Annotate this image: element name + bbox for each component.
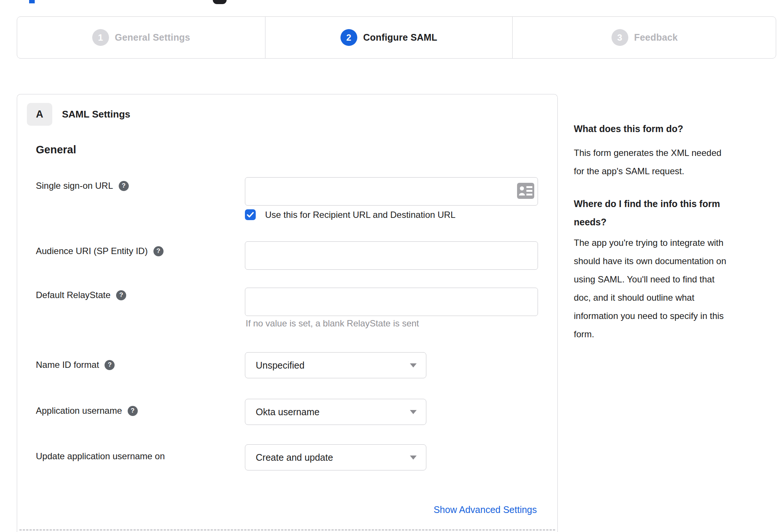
help-answer-2-line-5: information you need to specify in this [574,307,726,325]
show-advanced-settings-link[interactable]: Show Advanced Settings [433,503,537,516]
relay-state-label: Default RelayState ? [36,289,126,301]
checkmark-icon [247,212,254,218]
saml-settings-panel: A SAML Settings General Single sign-on U… [17,94,558,532]
recipient-url-checkbox-label[interactable]: Use this for Recipient URL and Destinati… [265,208,455,221]
section-a-badge: A [27,103,52,126]
step-2-number-badge: 2 [340,29,357,46]
step-feedback[interactable]: 3 Feedback [512,17,777,58]
application-username-value: Okta username [256,407,320,417]
name-id-format-help-icon[interactable]: ? [105,360,115,370]
section-dashed-divider [19,529,555,531]
relay-state-help-icon[interactable]: ? [116,290,126,300]
name-id-format-label-text: Name ID format [36,360,99,370]
panel-title: SAML Settings [62,109,130,120]
audience-uri-help-icon[interactable]: ? [153,246,164,256]
relay-state-hint: If no value is set, a blank RelayState i… [246,318,419,329]
chevron-down-icon [410,410,417,414]
step-3-number-badge: 3 [612,29,628,46]
help-question-2-line-1: Where do I find the info this form [574,195,720,213]
cropped-header-icon-fragment [213,0,227,4]
help-answer-2-line-4: doc, and it should outline what [574,288,726,307]
step-configure-saml[interactable]: 2 Configure SAML [265,17,512,58]
chevron-down-icon [410,456,417,460]
help-answer-2-line-6: form. [574,325,726,343]
recipient-url-checkbox[interactable] [245,209,256,220]
name-id-format-label: Name ID format ? [36,359,115,371]
update-username-select[interactable]: Create and update [245,444,426,470]
help-answer-2: The app you're trying to integrate with … [574,234,726,343]
sso-url-label-text: Single sign-on URL [36,181,113,191]
wizard-stepper: 1 General Settings 2 Configure SAML 3 Fe… [17,16,776,59]
step-3-label: Feedback [634,32,678,43]
audience-uri-input[interactable] [245,241,538,270]
audience-uri-label: Audience URI (SP Entity ID) ? [36,245,164,257]
help-question-2: Where do I find the info this form needs… [574,195,720,231]
relay-state-input[interactable] [245,288,538,316]
contact-card-icon[interactable] [517,183,534,199]
step-2-label: Configure SAML [363,32,438,43]
cropped-header-blue-fragment [29,0,35,3]
update-username-label: Update application username on [36,450,165,463]
general-section-heading: General [36,144,76,156]
help-answer-2-line-1: The app you're trying to integrate with [574,234,726,252]
step-1-label: General Settings [115,32,190,43]
help-question-1: What does this form do? [574,120,683,138]
help-question-2-line-2: needs? [574,213,720,231]
update-username-label-text: Update application username on [36,451,165,461]
configure-saml-page: 1 General Settings 2 Configure SAML 3 Fe… [0,0,781,532]
application-username-help-icon[interactable]: ? [128,406,138,416]
application-username-select[interactable]: Okta username [245,399,426,425]
name-id-format-value: Unspecified [256,360,305,371]
application-username-label-text: Application username [36,406,122,416]
help-answer-1-line-1: This form generates the XML needed [574,144,721,162]
help-answer-1-line-2: for the app's SAML request. [574,162,721,180]
name-id-format-select[interactable]: Unspecified [245,352,426,378]
relay-state-label-text: Default RelayState [36,290,111,300]
sso-url-input[interactable] [245,177,538,206]
help-answer-2-line-3: using SAML. You'll need to find that [574,270,726,288]
sso-url-help-icon[interactable]: ? [119,181,129,191]
help-answer-1: This form generates the XML needed for t… [574,144,721,180]
step-general-settings[interactable]: 1 General Settings [17,17,265,58]
step-1-number-badge: 1 [92,29,109,46]
audience-uri-label-text: Audience URI (SP Entity ID) [36,246,148,256]
update-username-value: Create and update [256,452,333,463]
sso-url-label: Single sign-on URL ? [36,179,129,192]
help-answer-2-line-2: should have its own documentation on [574,252,726,270]
chevron-down-icon [410,363,417,367]
application-username-label: Application username ? [36,404,138,417]
